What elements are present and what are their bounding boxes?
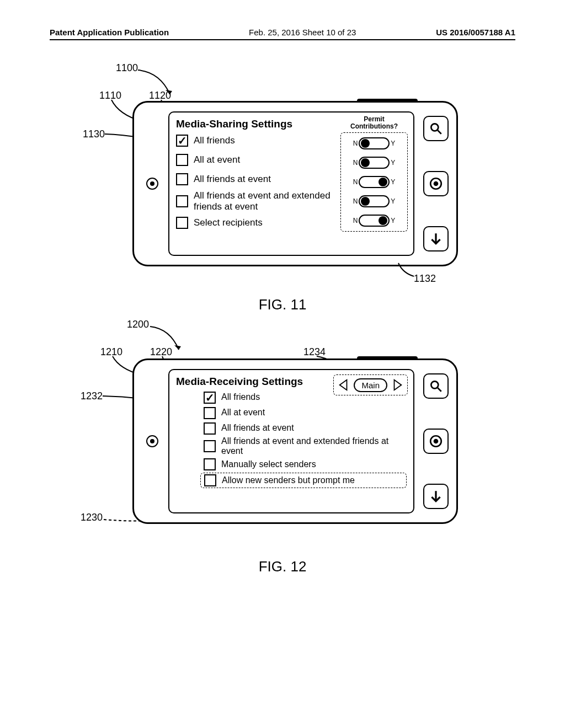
callout-1110: 1110 (99, 90, 121, 101)
callout-1120: 1120 (149, 90, 171, 101)
checkbox-all-at-event[interactable] (176, 154, 188, 166)
label: All friends at event and extended friend… (221, 436, 407, 457)
checkbox-extended-friends[interactable] (176, 195, 188, 207)
sharing-options: All friends All at event All friends at … (176, 132, 336, 250)
screen-fig11: Media-Sharing Settings All friends All a… (168, 111, 414, 256)
toggle-y-label: Y (391, 140, 395, 147)
recv-option-manual[interactable]: Manually select senders (204, 457, 407, 472)
toggle-row-0: N Y (343, 136, 406, 151)
callout-1132: 1132 (414, 273, 436, 285)
search-button[interactable] (423, 116, 449, 141)
permit-column: Permit Contributions? N Y N Y (340, 116, 408, 232)
label: Allow new senders but prompt me (222, 475, 403, 485)
toggle-knob-icon (361, 197, 370, 206)
callout-1130: 1130 (83, 129, 105, 140)
header-left: Patent Application Publication (50, 28, 169, 37)
toggle-1[interactable] (359, 157, 390, 169)
callout-1100: 1100 (116, 62, 138, 74)
checkbox[interactable] (204, 474, 216, 486)
toggle-0[interactable] (359, 137, 390, 149)
album-pill[interactable]: Main (354, 378, 387, 392)
label: All at event (221, 408, 407, 417)
toggle-knob-icon (361, 139, 370, 148)
svg-line-10 (438, 388, 441, 392)
toggle-y-label: Y (391, 159, 395, 167)
device-fig12: Media-Receiving Settings Main All friend… (132, 358, 458, 524)
svg-point-12 (434, 439, 439, 444)
download-button[interactable] (423, 226, 449, 251)
camera-lens-icon (146, 178, 158, 190)
fig12-label: FIG. 12 (50, 558, 515, 575)
checkbox[interactable] (204, 392, 216, 404)
toggle-3[interactable] (359, 195, 390, 207)
toggle-n-label: N (353, 178, 358, 186)
label-all-friends: All friends (194, 135, 336, 146)
checkbox-all-friends[interactable] (176, 135, 188, 147)
side-buttons-fig11 (423, 116, 450, 251)
toggle-y-label: Y (391, 178, 395, 186)
svg-marker-7 (340, 380, 347, 390)
download-button[interactable] (423, 484, 449, 509)
next-button[interactable] (391, 377, 404, 393)
magnifier-icon (429, 379, 443, 393)
label-extended-friends: All friends at event and extended friend… (194, 190, 336, 212)
svg-point-9 (431, 381, 438, 388)
camera-lens-icon (146, 435, 158, 447)
prev-button[interactable] (337, 377, 350, 393)
toggle-y-label: Y (391, 197, 395, 205)
svg-point-1 (431, 124, 438, 131)
toggle-row-1: N Y (343, 156, 406, 170)
option-extended-friends[interactable]: All friends at event and extended friend… (176, 190, 336, 212)
toggle-row-4: N Y (343, 213, 406, 228)
option-all-at-event[interactable]: All at event (176, 152, 336, 168)
toggle-4[interactable] (359, 215, 390, 227)
side-buttons-fig12 (423, 373, 450, 509)
callout-1232: 1232 (81, 390, 103, 402)
toggle-n-label: N (353, 217, 358, 224)
toggle-n-label: N (353, 159, 358, 167)
checkbox[interactable] (204, 458, 216, 470)
toggle-n-label: N (353, 140, 358, 147)
recv-option-allow-new[interactable]: Allow new senders but prompt me (200, 473, 407, 488)
toggle-2[interactable] (359, 176, 390, 188)
callout-1234: 1234 (303, 346, 326, 358)
chevron-right-icon (391, 378, 403, 392)
callout-1210: 1210 (100, 346, 122, 358)
album-chooser: Main (333, 374, 408, 395)
permit-box: N Y N Y N Y (340, 132, 408, 232)
device-fig11: Media-Sharing Settings All friends All a… (132, 101, 458, 266)
header-mid: Feb. 25, 2016 Sheet 10 of 23 (249, 28, 356, 37)
recv-option-all-friends-at-event[interactable]: All friends at event (204, 421, 407, 436)
svg-marker-6 (174, 345, 181, 350)
aperture-icon (429, 434, 443, 448)
fig12-area: 1200 1210 1220 1234 1232 1230 Media-Rece… (50, 319, 515, 550)
option-all-friends-at-event[interactable]: All friends at event (176, 171, 336, 188)
label: All friends at event (221, 423, 407, 433)
label-all-at-event: All at event (194, 154, 336, 165)
toggle-y-label: Y (391, 217, 395, 224)
option-select-recipients[interactable]: Select recipients (176, 215, 336, 231)
toggle-knob-icon (379, 178, 387, 186)
svg-line-2 (438, 130, 441, 134)
checkbox[interactable] (204, 422, 216, 435)
shutter-button[interactable] (357, 356, 418, 360)
shutter-button[interactable] (357, 99, 418, 103)
receiving-options: All friends All at event All friends at … (204, 390, 407, 488)
screen-fig12: Media-Receiving Settings Main All friend… (168, 369, 414, 513)
label-select-recipients: Select recipients (194, 217, 336, 228)
toggle-row-2: N Y (343, 175, 406, 189)
recv-option-extended[interactable]: All friends at event and extended friend… (204, 436, 407, 457)
fig11-area: 1100 1110 1120 1130 Media-Sharing Settin… (50, 57, 515, 288)
checkbox-select-recipients[interactable] (176, 217, 188, 229)
search-button[interactable] (423, 373, 449, 399)
camera-button[interactable] (423, 171, 449, 196)
toggle-knob-icon (361, 158, 370, 167)
header-right: US 2016/0057188 A1 (436, 28, 515, 37)
recv-option-all-at-event[interactable]: All at event (204, 405, 407, 420)
page-header: Patent Application Publication Feb. 25, … (50, 28, 515, 40)
checkbox-all-friends-at-event[interactable] (176, 173, 188, 185)
checkbox[interactable] (204, 440, 216, 452)
option-all-friends[interactable]: All friends (176, 132, 336, 149)
camera-button[interactable] (423, 429, 449, 454)
checkbox[interactable] (204, 407, 216, 419)
